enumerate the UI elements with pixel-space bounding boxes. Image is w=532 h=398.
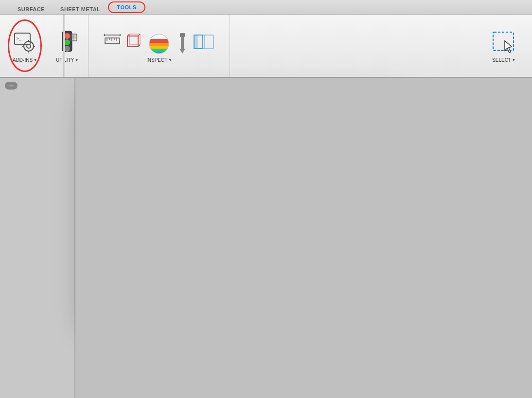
svg-rect-47 <box>205 35 213 49</box>
svg-rect-36 <box>149 43 169 46</box>
bolt-icon <box>175 29 190 55</box>
add-ins-icon: >_ <box>12 29 38 55</box>
svg-rect-39 <box>149 52 169 54</box>
tab-sheet-metal[interactable]: SHEET METAL <box>53 4 108 14</box>
add-ins-group[interactable]: >_ ADD-INS ▼ <box>4 15 46 77</box>
tab-surface[interactable]: SURFACE <box>10 4 53 14</box>
tab-tools[interactable]: TOOLS <box>108 1 145 13</box>
toolbar: >_ ADD-INS ▼ UTILITY <box>0 15 532 78</box>
svg-rect-35 <box>149 39 169 43</box>
utility-group[interactable]: UTILITY ▼ <box>46 15 89 77</box>
select-group[interactable]: SELECT ▼ <box>479 15 528 77</box>
select-icon <box>489 29 518 55</box>
svg-marker-43 <box>179 49 185 54</box>
svg-rect-42 <box>181 37 184 49</box>
svg-rect-37 <box>149 46 169 49</box>
box-icon <box>124 29 143 55</box>
svg-marker-27 <box>120 34 121 36</box>
svg-point-2 <box>24 41 34 51</box>
toolbar-divider <box>63 15 65 77</box>
svg-rect-41 <box>180 33 185 37</box>
collapse-btn[interactable]: — <box>5 82 18 90</box>
svg-rect-38 <box>149 49 169 52</box>
ruler-icon <box>103 29 122 55</box>
inspect-group[interactable]: INSPECT ▼ <box>89 15 230 77</box>
svg-rect-50 <box>194 35 198 49</box>
main-content <box>75 78 532 398</box>
inspect-label[interactable]: INSPECT ▼ <box>146 57 172 63</box>
select-label[interactable]: SELECT ▼ <box>492 57 515 63</box>
svg-marker-26 <box>104 34 105 36</box>
top-tabs-row: SURFACE SHEET METAL TOOLS <box>0 0 532 15</box>
section-icon <box>193 29 215 55</box>
utility-icon <box>56 29 78 55</box>
add-ins-label[interactable]: ADD-INS ▼ <box>13 57 37 63</box>
svg-rect-51 <box>493 32 514 51</box>
rainbow-sphere-icon <box>146 29 172 55</box>
svg-text:>_: >_ <box>17 36 21 41</box>
sidebar: — <box>0 78 75 398</box>
utility-label[interactable]: UTILITY ▼ <box>56 57 78 63</box>
